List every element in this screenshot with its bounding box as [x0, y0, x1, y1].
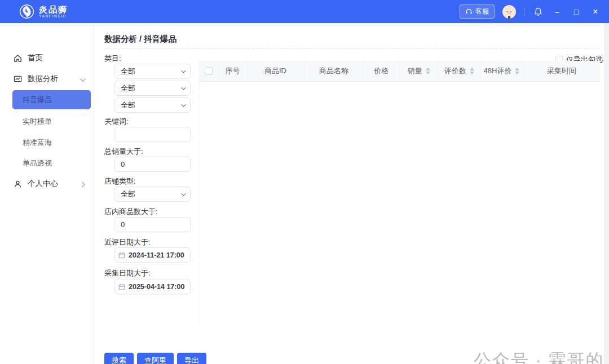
sidebar-subitem-precise-bluesea[interactable]: 精准蓝海 [12, 133, 91, 152]
sidebar-subitem-douyin-hot[interactable]: 抖音爆品 [12, 90, 91, 109]
column-label: 序号 [226, 66, 240, 76]
customer-service-button[interactable]: 客服 [460, 5, 495, 19]
min-total-sales-label: 总销量大于: [104, 147, 143, 157]
column-header-price: 价格 [364, 61, 399, 81]
shop-type-select[interactable]: 全部 [114, 187, 191, 202]
avatar[interactable] [502, 5, 516, 19]
min-total-sales-input[interactable] [114, 157, 191, 172]
column-label: 价格 [374, 66, 389, 76]
select-all-checkbox[interactable] [205, 67, 213, 75]
category-select-1[interactable]: 全部 [114, 64, 191, 79]
shop-type-label: 店铺类型: [104, 176, 136, 187]
breadcrumb-divider [104, 48, 599, 49]
notification-bell-button[interactable] [532, 6, 544, 17]
breadcrumb: 数据分析 / 抖音爆品 [104, 34, 176, 45]
customer-service-label: 客服 [475, 7, 489, 16]
recent-review-date-label: 近评日期大于: [104, 237, 151, 247]
category-select-1-value: 全部 [121, 66, 181, 77]
brand-logo-icon [19, 4, 34, 19]
filter-actions: 搜索 查阿里 导出 [104, 353, 206, 364]
sidebar-item-label: 数据分析 [28, 74, 58, 84]
brand-text: 炎品狮 YANPINSHI [39, 5, 68, 19]
collect-date-label: 采集日期大于: [104, 268, 151, 278]
sort-carets-icon[interactable] [515, 68, 519, 74]
min-shop-items-input[interactable] [114, 217, 191, 232]
chevron-down-icon [181, 85, 186, 90]
column-header-sales[interactable]: 销量 [399, 61, 439, 81]
column-label: 销量 [408, 66, 422, 76]
column-header-48h-reviews[interactable]: 48H评价 [480, 61, 523, 81]
chevron-down-icon [181, 68, 186, 73]
check-ali-button[interactable]: 查阿里 [137, 353, 174, 364]
table-body-empty [198, 82, 600, 324]
table-header-row: 序号 商品ID 商品名称 价格 销量 评价数 [198, 61, 600, 82]
close-icon: × [593, 7, 598, 16]
sidebar-subitem-label: 精准蓝海 [23, 137, 52, 148]
sidebar: 首页 数据分析 抖音爆品 实时榜单 精准蓝海 单品透视 个人中 [0, 23, 94, 364]
calendar-icon [118, 252, 125, 259]
minimize-button[interactable]: – [551, 6, 563, 17]
column-header-product-name: 商品名称 [304, 61, 364, 81]
sort-carets-icon[interactable] [426, 68, 430, 74]
sidebar-item-personal-center[interactable]: 个人中心 [0, 175, 94, 192]
export-button[interactable]: 导出 [177, 353, 206, 364]
sidebar-subitem-realtime-rank[interactable]: 实时榜单 [12, 112, 91, 131]
column-label: 采集时间 [547, 66, 576, 76]
column-header-index: 序号 [219, 61, 247, 81]
min-shop-items-label: 店内商品数大于: [104, 207, 158, 217]
column-label: 商品名称 [319, 66, 348, 76]
close-button[interactable]: × [590, 6, 601, 17]
vertical-scrollbar[interactable] [604, 23, 609, 364]
sidebar-subitem-label: 实时榜单 [23, 117, 52, 127]
sidebar-subitem-single-product[interactable]: 单品透视 [12, 154, 91, 173]
collect-date-value: 2025-04-14 17:00 [129, 283, 184, 291]
chevron-right-icon [80, 181, 85, 187]
topbar-actions: 客服 – □ × [460, 5, 601, 19]
wechat-icon [450, 361, 466, 364]
watermark: 公众号 · 霖哥的互联网笔记 [450, 349, 609, 364]
home-icon [14, 54, 22, 63]
column-label: 评价数 [444, 66, 466, 76]
column-label: 商品ID [264, 66, 286, 76]
category-select-2[interactable]: 全部 [114, 81, 191, 96]
sort-carets-icon[interactable] [470, 68, 474, 74]
category-select-3-value: 全部 [121, 100, 181, 110]
sidebar-item-home[interactable]: 首页 [0, 50, 94, 66]
recent-review-date-value: 2024-11-21 17:00 [129, 251, 184, 259]
keyword-input[interactable] [114, 127, 191, 142]
user-icon [14, 180, 22, 188]
topbar-divider [524, 7, 524, 16]
recent-review-date-picker[interactable]: 2024-11-21 17:00 [114, 247, 191, 263]
maximize-icon: □ [574, 8, 579, 16]
calendar-icon [118, 283, 125, 290]
chart-monitor-icon [14, 75, 22, 83]
sidebar-subitem-label: 单品透视 [23, 158, 52, 168]
sidebar-subitem-label: 抖音爆品 [23, 95, 52, 105]
column-header-reviews[interactable]: 评价数 [439, 61, 480, 81]
headset-icon [465, 8, 473, 15]
column-label: 48H评价 [484, 66, 512, 76]
category-select-2-value: 全部 [121, 83, 181, 94]
top-bar: 炎品狮 YANPINSHI 客服 [0, 0, 609, 23]
maximize-button[interactable]: □ [571, 6, 582, 17]
avatar-face-icon [502, 5, 516, 19]
column-header-collect-time: 采集时间 [523, 61, 600, 81]
brand: 炎品狮 YANPINSHI [19, 4, 68, 19]
main-content: 数据分析 / 抖音爆品 仅导出勾选 类目: 全部 全部 全部 关键词: 总销量大… [95, 23, 609, 364]
chevron-down-icon [181, 102, 186, 106]
select-all-cell [198, 61, 219, 81]
brand-subtitle: YANPINSHI [39, 15, 68, 19]
sidebar-item-label: 首页 [28, 53, 43, 63]
minimize-icon: – [555, 8, 559, 16]
shop-type-value: 全部 [121, 189, 181, 199]
app-window: 炎品狮 YANPINSHI 客服 [0, 0, 609, 364]
sidebar-item-data-analysis[interactable]: 数据分析 [0, 70, 94, 87]
category-select-3[interactable]: 全部 [114, 97, 191, 113]
bell-icon [534, 7, 542, 16]
brand-name: 炎品狮 [39, 5, 68, 14]
column-header-product-id: 商品ID [247, 61, 304, 81]
keyword-label: 关键词: [104, 117, 129, 127]
collect-date-picker[interactable]: 2025-04-14 17:00 [114, 279, 191, 294]
sidebar-item-label: 个人中心 [28, 179, 58, 189]
search-button[interactable]: 搜索 [104, 353, 134, 364]
